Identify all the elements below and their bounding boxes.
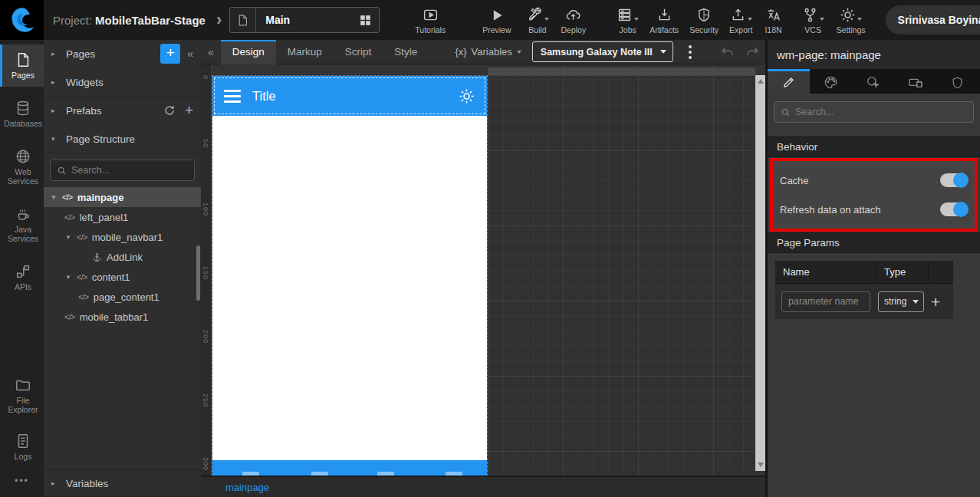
caret-down-icon[interactable]: ▾: [64, 233, 72, 241]
structure-search-input[interactable]: [71, 165, 188, 176]
tree-node-mobile-navbar1[interactable]: ▾ </> mobile_navbar1: [44, 227, 201, 247]
tree-node-addlink[interactable]: AddLink: [44, 247, 201, 267]
export-label: Export: [729, 25, 752, 35]
navbar-gear-icon[interactable]: [458, 87, 475, 105]
add-param-button[interactable]: +: [931, 294, 940, 310]
pencil-icon: [782, 76, 795, 89]
mobile-navbar-title[interactable]: Title: [252, 89, 276, 104]
tree-node-mainpage[interactable]: ▾ </> mainpage: [44, 187, 201, 207]
section-pages[interactable]: ▸ Pages + «: [44, 40, 201, 68]
project-chevron-icon[interactable]: ›: [216, 10, 222, 30]
page-params-section-header[interactable]: Page Params: [768, 232, 980, 253]
build-button[interactable]: Build: [527, 6, 549, 35]
scroll-up-icon[interactable]: [758, 79, 764, 84]
phone-preview[interactable]: Title: [212, 75, 488, 476]
deploy-button[interactable]: Deploy: [561, 6, 587, 35]
tab-script[interactable]: Script: [334, 40, 383, 64]
mobile-tabbar-widget[interactable]: [212, 460, 487, 476]
tutorials-button[interactable]: Tutorials: [415, 6, 446, 35]
cache-label: Cache: [780, 175, 809, 186]
tab-styles[interactable]: [810, 69, 852, 94]
page-selector[interactable]: Main: [229, 7, 380, 33]
add-page-button[interactable]: +: [160, 44, 180, 64]
preview-button[interactable]: Preview: [482, 6, 511, 35]
tab-design[interactable]: Design: [221, 40, 276, 64]
tab-security[interactable]: [936, 69, 978, 94]
sidebar-item-file-explorer[interactable]: File Explorer: [0, 370, 44, 421]
tab-properties[interactable]: [768, 69, 810, 94]
design-canvas[interactable]: 0 50 100 150 200 250 300 Title: [201, 64, 765, 476]
variables-menu[interactable]: {x} Variables: [455, 46, 521, 58]
refresh-prefabs-icon[interactable]: [163, 104, 176, 117]
caret-right-icon: ▸: [51, 78, 59, 86]
caret-right-icon: ▸: [51, 107, 59, 114]
palette-icon: [824, 75, 838, 90]
redo-button[interactable]: [745, 44, 760, 59]
canvas-scrollbar[interactable]: [755, 75, 765, 471]
tab-events[interactable]: [852, 69, 894, 94]
refresh-data-toggle[interactable]: [940, 202, 968, 216]
security-button[interactable]: Security: [689, 6, 719, 35]
tab-markup[interactable]: Markup: [276, 40, 334, 64]
code-icon: </>: [64, 312, 75, 321]
mobile-navbar-widget[interactable]: Title: [212, 76, 487, 116]
page-content-widget[interactable]: [212, 116, 487, 460]
i18n-button[interactable]: I18N: [765, 6, 781, 35]
ruler-mark: 0: [202, 75, 209, 80]
jobs-label: Jobs: [620, 25, 636, 35]
sidebar-item-databases[interactable]: Databases: [0, 93, 44, 135]
properties-search-input[interactable]: [795, 107, 967, 117]
caret-down-icon[interactable]: ▾: [50, 193, 58, 201]
artifacts-button[interactable]: Artifacts: [649, 6, 679, 35]
hamburger-menu-icon[interactable]: [224, 90, 241, 103]
page-tab-mainpage[interactable]: mainpage: [225, 482, 269, 493]
grid-icon[interactable]: [359, 14, 372, 27]
jobs-button[interactable]: Jobs: [617, 6, 639, 35]
sidebar-item-pages[interactable]: Pages: [0, 44, 44, 87]
ruler-mark: 200: [202, 330, 209, 344]
tab-style[interactable]: Style: [383, 40, 429, 64]
sidebar-item-apis[interactable]: APIs: [0, 256, 44, 298]
tree-node-content1[interactable]: ▾ </> content1: [44, 267, 201, 287]
sidebar-item-logs[interactable]: Logs: [0, 426, 44, 468]
sidebar-more-button[interactable]: •••: [0, 468, 44, 497]
cache-toggle[interactable]: [940, 173, 968, 187]
section-page-structure[interactable]: ▾ Page Structure: [44, 125, 201, 153]
app-logo[interactable]: [0, 0, 44, 40]
tree-node-mobile-tabbar1[interactable]: </> mobile_tabbar1: [44, 307, 201, 327]
section-prefabs[interactable]: ▸ Prefabs +: [44, 97, 201, 125]
sidebar-item-web-services[interactable]: Web Services: [0, 141, 44, 193]
tab-devices[interactable]: [894, 69, 936, 94]
collapse-left-icon[interactable]: «: [201, 46, 221, 58]
structure-search[interactable]: [50, 160, 195, 181]
add-prefab-button[interactable]: +: [185, 102, 193, 119]
settings-button[interactable]: Settings: [837, 6, 866, 35]
scroll-down-icon[interactable]: [758, 462, 764, 467]
collapse-panel-icon[interactable]: «: [187, 48, 193, 60]
behavior-section-header[interactable]: Behavior: [768, 137, 980, 157]
export-button[interactable]: Export: [729, 6, 752, 35]
tree-node-label: left_panel1: [80, 212, 129, 223]
page-selector-label: Main: [256, 14, 359, 26]
sidebar-item-java-services[interactable]: Java Services: [0, 199, 44, 250]
section-variables[interactable]: ▸ Variables: [44, 469, 201, 497]
param-name-input[interactable]: [781, 291, 870, 312]
variables-icon: {x}: [455, 46, 466, 58]
section-widgets[interactable]: ▸ Widgets: [44, 68, 201, 97]
device-select[interactable]: Samsung Galaxy Note III: [532, 41, 673, 62]
artifacts-download-icon: [656, 7, 673, 23]
undo-button[interactable]: [720, 44, 735, 59]
properties-search[interactable]: [774, 101, 974, 123]
deploy-cloud-icon: [565, 7, 581, 23]
more-options-button[interactable]: [684, 42, 696, 62]
user-menu[interactable]: Srinivasa Boyina SB: [886, 5, 980, 35]
param-type-select[interactable]: string: [878, 291, 924, 312]
sidebar-item-label: Web Services: [4, 167, 42, 186]
tree-scrollbar[interactable]: [196, 245, 200, 301]
tree-node-left-panel1[interactable]: </> left_panel1: [44, 207, 201, 227]
canvas-grid[interactable]: [488, 64, 755, 476]
tree-node-page-content1[interactable]: </> page_content1: [44, 287, 201, 307]
vcs-button[interactable]: VCS: [802, 6, 824, 35]
caret-down-icon[interactable]: ▾: [64, 273, 72, 281]
ruler-mark: 150: [202, 266, 209, 280]
